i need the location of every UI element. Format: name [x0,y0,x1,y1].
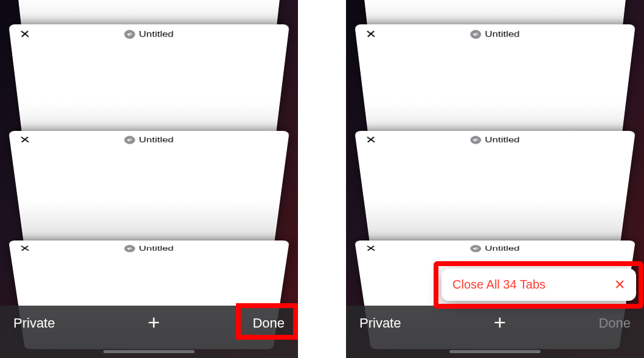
close-icon: ✕ [614,277,625,293]
tab-title: Untitled [139,135,173,144]
tab-title: Untitled [485,29,519,39]
tab-stack: ✕ Untitled ✕ Untitled ✕ Unti [0,0,298,358]
tab-switcher-left: ✕ Untitled ✕ Untitled ✕ Unti [0,0,298,358]
tab-title: Untitled [485,135,519,144]
done-button[interactable]: Done [598,315,631,331]
tab-stack: ✕ Untitled ✕ Untitled ✕ Unti [346,0,644,358]
home-indicator[interactable] [103,350,195,353]
private-button[interactable]: Private [359,315,401,331]
compass-icon [470,30,481,39]
toolbar: Private + Done [0,306,298,358]
tab-title: Untitled [485,245,519,253]
new-tab-button[interactable]: + [494,315,506,329]
new-tab-button[interactable]: + [148,315,160,329]
compass-icon [124,136,135,144]
toolbar: Private + Done [346,306,644,358]
compass-icon [470,245,481,252]
compass-icon [470,136,481,144]
tab-card[interactable]: ✕ Untitled [9,131,289,253]
tab-title: Untitled [139,29,173,39]
tab-switcher-right: ✕ Untitled ✕ Untitled ✕ Unti [346,0,644,358]
private-button[interactable]: Private [13,315,55,331]
done-button[interactable]: Done [252,315,285,331]
tab-title: Untitled [139,245,173,253]
close-all-tabs-menu[interactable]: Close All 34 Tabs ✕ [441,268,636,301]
home-indicator[interactable] [449,350,541,353]
compass-icon [124,245,135,252]
tab-card[interactable]: ✕ Untitled [355,131,635,253]
close-all-tabs-label[interactable]: Close All 34 Tabs [452,278,614,292]
compass-icon [124,30,135,39]
